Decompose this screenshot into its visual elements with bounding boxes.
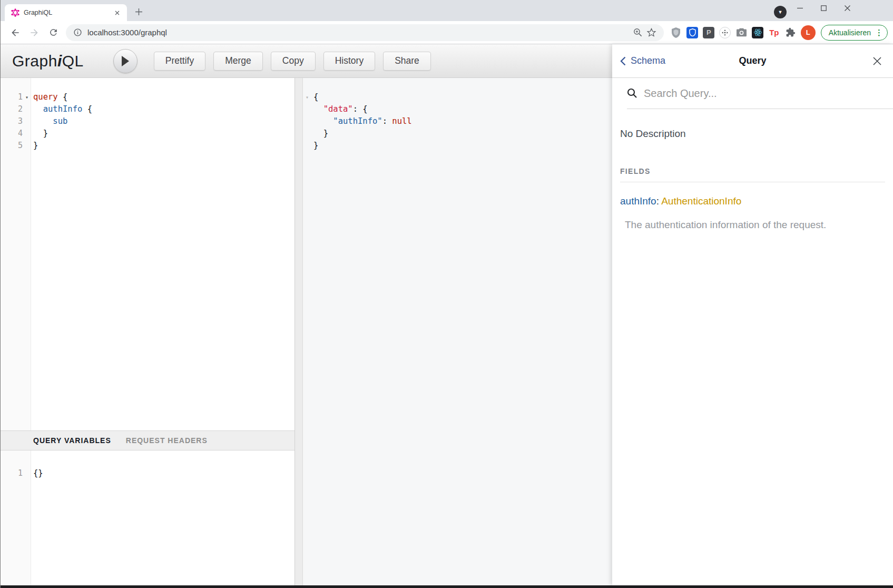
caret-down-icon: ▼	[778, 9, 783, 15]
result-viewer[interactable]: ▾{ "data": { "authInfo": null }}	[303, 78, 612, 585]
doc-explorer-content: No Description FIELDS authInfo: Authenti…	[612, 109, 893, 231]
forward-button[interactable]	[25, 23, 44, 42]
code-text: }	[311, 128, 328, 140]
extension-p-icon[interactable]: P	[701, 24, 717, 41]
extension-bitwarden-icon[interactable]	[684, 24, 701, 41]
graphiql-topbar: GraphiQL Prettify Merge Copy History Sha…	[1, 44, 612, 78]
code-line[interactable]: 2 authInfo {	[1, 103, 295, 115]
fields-section-label: FIELDS	[620, 167, 885, 175]
window-controls	[788, 0, 859, 16]
code-line[interactable]: 5}	[1, 140, 295, 152]
fold-arrow-icon	[23, 140, 31, 152]
field-type-link[interactable]: AuthenticationInfo	[661, 195, 741, 207]
fold-arrow-icon[interactable]: ▾	[23, 91, 31, 103]
play-icon	[121, 56, 130, 66]
browser-toolbar: localhost:3000/graphql P	[1, 21, 893, 44]
copy-button[interactable]: Copy	[271, 52, 316, 71]
extension-tp-icon[interactable]: Tp	[766, 24, 782, 41]
graphiql-main: GraphiQL Prettify Merge Copy History Sha…	[1, 44, 612, 585]
tab-query-variables[interactable]: QUERY VARIABLES	[33, 436, 111, 445]
type-description: No Description	[620, 128, 885, 140]
address-bar[interactable]: localhost:3000/graphql	[66, 24, 664, 41]
line-number: 1	[1, 467, 23, 479]
fold-arrow-icon	[303, 128, 311, 140]
doc-search-row	[627, 78, 893, 109]
close-window-button[interactable]	[836, 0, 859, 16]
history-button[interactable]: History	[323, 52, 375, 71]
pane-drag-handle[interactable]	[295, 78, 303, 585]
update-label: Aktualisieren	[829, 28, 871, 37]
maximize-button[interactable]	[812, 0, 836, 16]
graphiql-app: GraphiQL Prettify Merge Copy History Sha…	[1, 44, 893, 585]
line-number: 5	[1, 140, 23, 152]
new-tab-button[interactable]	[131, 4, 146, 19]
share-button[interactable]: Share	[383, 52, 431, 71]
code-text: }	[31, 128, 48, 140]
code-line[interactable]: }	[303, 140, 612, 152]
tab-request-headers[interactable]: REQUEST HEADERS	[126, 436, 208, 445]
code-text: "authInfo": null	[311, 115, 412, 128]
code-text: query {	[31, 91, 67, 103]
code-line[interactable]: "data": {	[303, 103, 612, 115]
field-description: The authentication information of the re…	[625, 219, 885, 231]
fold-arrow-icon	[23, 128, 31, 140]
variables-title-bar: QUERY VARIABLES REQUEST HEADERS	[1, 430, 295, 450]
fields-divider	[620, 182, 885, 182]
code-text: sub	[31, 115, 67, 128]
doc-back-label: Schema	[631, 55, 665, 66]
code-text: {}	[31, 467, 43, 479]
code-text: authInfo {	[31, 103, 92, 115]
minimize-button[interactable]	[788, 0, 812, 16]
code-line[interactable]: }	[303, 128, 612, 140]
extension-camera-icon[interactable]	[733, 24, 750, 41]
code-line[interactable]: 3 sub	[1, 115, 295, 128]
line-number: 2	[1, 103, 23, 115]
fold-arrow-icon	[303, 140, 311, 152]
merge-button[interactable]: Merge	[213, 52, 263, 71]
query-variables-editor[interactable]: 1{}	[1, 450, 295, 585]
code-line[interactable]: "authInfo": null	[303, 115, 612, 128]
code-text: }	[31, 140, 38, 152]
line-number: 1	[1, 91, 23, 103]
extension-react-devtools-icon[interactable]	[750, 24, 766, 41]
fold-arrow-icon	[23, 103, 31, 115]
tab-search-button[interactable]: ▼	[774, 6, 787, 18]
page-info-icon[interactable]	[73, 28, 82, 37]
tab-close-icon[interactable]	[112, 8, 122, 17]
line-number: 3	[1, 115, 23, 128]
fold-arrow-icon[interactable]: ▾	[303, 91, 311, 103]
doc-explorer-panel: Schema Query No Description FIELDS	[612, 44, 893, 585]
browser-update-button[interactable]: Aktualisieren ⋮	[821, 25, 888, 41]
graphiql-logo: GraphiQL	[12, 52, 84, 70]
extensions-puzzle-icon[interactable]	[782, 24, 799, 41]
back-button[interactable]	[6, 23, 25, 42]
code-text: "data": {	[311, 103, 368, 115]
extension-move-icon[interactable]	[717, 24, 733, 41]
tab-title: GraphiQL	[24, 9, 112, 16]
field-name-link[interactable]: authInfo	[620, 195, 656, 207]
bookmark-star-icon[interactable]	[645, 26, 659, 40]
profile-avatar[interactable]: L	[801, 25, 816, 40]
fold-arrow-icon	[303, 103, 311, 115]
kebab-menu-icon[interactable]: ⋮	[875, 28, 883, 37]
taskbar-edge	[1, 585, 893, 588]
zoom-indicator-icon[interactable]	[631, 26, 645, 40]
doc-search-input[interactable]	[644, 87, 884, 100]
fold-arrow-icon	[23, 115, 31, 128]
reload-button[interactable]	[44, 23, 63, 42]
browser-tab-graphiql[interactable]: GraphiQL	[5, 4, 127, 21]
code-line[interactable]: ▾{	[303, 91, 612, 103]
doc-back-link[interactable]: Schema	[620, 55, 665, 66]
code-line[interactable]: 1{}	[1, 467, 295, 479]
close-icon	[872, 56, 882, 66]
query-editor[interactable]: 1▾query {2 authInfo {3 sub4 }5}	[1, 78, 295, 430]
graphiql-toolbar-buttons: Prettify Merge Copy History Share	[154, 52, 431, 71]
code-line[interactable]: 4 }	[1, 128, 295, 140]
execute-query-button[interactable]	[113, 49, 138, 73]
prettify-button[interactable]: Prettify	[154, 52, 205, 71]
extension-shield-icon[interactable]	[668, 24, 684, 41]
field-separator: :	[656, 195, 662, 207]
doc-close-button[interactable]	[871, 55, 884, 67]
code-line[interactable]: 1▾query {	[1, 91, 295, 103]
browser-window: GraphiQL ▼	[0, 0, 893, 588]
